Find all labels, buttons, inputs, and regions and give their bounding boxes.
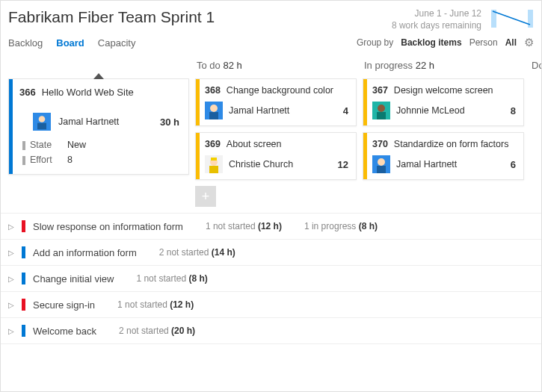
card-id: 367 bbox=[372, 85, 388, 96]
svg-point-4 bbox=[39, 116, 46, 122]
svg-marker-1 bbox=[528, 10, 533, 28]
row-color-bar bbox=[22, 220, 25, 232]
backlog-row[interactable]: ▷Welcome back2 not started (20 h) bbox=[1, 318, 541, 344]
card-id: 368 bbox=[205, 85, 221, 96]
backlog-row[interactable]: ▷Add an information form2 not started (1… bbox=[1, 240, 541, 266]
assignee: Jamal Hartnett bbox=[396, 159, 457, 169]
view-tabs: BacklogBoardCapacity bbox=[8, 37, 135, 49]
days-remaining: 8 work days remaining bbox=[392, 20, 481, 32]
row-title: Secure sign-in bbox=[33, 299, 95, 311]
sprint-dates: June 1 - June 12 bbox=[392, 8, 481, 20]
card-title: Change background color bbox=[227, 85, 348, 96]
card-stripe bbox=[9, 79, 13, 174]
svg-point-17 bbox=[378, 158, 385, 166]
avatar bbox=[372, 102, 390, 119]
card-hours: 4 bbox=[343, 105, 348, 116]
svg-rect-8 bbox=[209, 112, 218, 119]
row-color-bar bbox=[22, 299, 25, 311]
svg-point-14 bbox=[378, 105, 385, 112]
progress-column-header: In progress 22 h bbox=[363, 55, 524, 78]
task-card[interactable]: 367Design welcome screenJohnnie McLeod8 bbox=[363, 78, 524, 126]
row-stat: 1 not started (12 h) bbox=[206, 221, 282, 231]
state-label: State bbox=[22, 140, 67, 150]
avatar bbox=[205, 155, 223, 173]
group-by-label: Group by bbox=[357, 37, 393, 48]
tab-backlog[interactable]: Backlog bbox=[8, 37, 43, 49]
chevron-right-icon: ▷ bbox=[8, 301, 14, 309]
burndown-spark bbox=[489, 8, 534, 31]
row-title: Slow response on information form bbox=[33, 221, 183, 232]
svg-line-2 bbox=[493, 11, 530, 25]
card-stripe bbox=[196, 133, 200, 179]
card-id: 366 bbox=[19, 87, 36, 98]
card-stripe bbox=[363, 79, 367, 125]
page-title: Fabrikam Fiber Team Sprint 1 bbox=[8, 8, 215, 26]
caret-up-icon bbox=[93, 73, 104, 79]
chevron-right-icon: ▷ bbox=[8, 327, 14, 335]
person-filter-label: Person bbox=[469, 37, 498, 48]
row-color-bar bbox=[22, 246, 25, 258]
state-value: New bbox=[67, 140, 179, 150]
tab-board[interactable]: Board bbox=[56, 37, 84, 49]
row-stat: 1 not started (8 h) bbox=[136, 273, 207, 284]
assignee: Johnnie McLeod bbox=[396, 105, 465, 116]
svg-point-7 bbox=[210, 105, 218, 112]
svg-rect-12 bbox=[211, 158, 217, 161]
row-title: Add an information form bbox=[33, 247, 137, 258]
row-color-bar bbox=[22, 273, 25, 284]
effort-label: Effort bbox=[22, 155, 67, 165]
card-hours: 6 bbox=[511, 159, 516, 170]
card-hours: 8 bbox=[511, 105, 516, 116]
card-title: Standardize on form factors bbox=[394, 139, 516, 149]
backlog-item-card[interactable]: 366 Hello World Web Site Jamal Hartnett … bbox=[8, 78, 189, 175]
gear-icon[interactable]: ⚙ bbox=[524, 36, 534, 49]
svg-rect-18 bbox=[377, 166, 386, 173]
card-hours: 30 h bbox=[160, 116, 179, 128]
row-stat: 1 in progress (8 h) bbox=[304, 221, 378, 231]
assignee: Jamal Hartnett bbox=[229, 105, 289, 116]
row-stat: 2 not started (20 h) bbox=[119, 326, 195, 336]
avatar bbox=[372, 155, 390, 173]
chevron-right-icon: ▷ bbox=[8, 223, 14, 231]
svg-rect-5 bbox=[37, 123, 46, 130]
assignee: Jamal Hartnett bbox=[58, 116, 119, 127]
done-column-header: Done bbox=[530, 55, 541, 78]
backlog-row[interactable]: ▷Slow response on information form1 not … bbox=[1, 214, 541, 240]
backlog-row[interactable]: ▷Change initial view1 not started (8 h) bbox=[1, 266, 541, 292]
card-title: Design welcome screen bbox=[394, 85, 516, 96]
card-stripe bbox=[196, 79, 200, 125]
svg-rect-11 bbox=[209, 166, 218, 173]
row-stat: 1 not started (12 h) bbox=[117, 299, 194, 310]
add-card-button[interactable]: + bbox=[195, 186, 216, 207]
avatar bbox=[33, 113, 51, 131]
task-card[interactable]: 368Change background colorJamal Hartnett… bbox=[195, 78, 357, 126]
todo-column-header: To do 82 h bbox=[195, 55, 357, 78]
card-title: About screen bbox=[227, 139, 348, 149]
row-stat: 2 not started (14 h) bbox=[159, 247, 235, 258]
card-id: 369 bbox=[205, 139, 221, 149]
avatar bbox=[205, 102, 223, 119]
chevron-right-icon: ▷ bbox=[8, 249, 14, 257]
card-hours: 12 bbox=[338, 159, 348, 170]
effort-value: 8 bbox=[67, 155, 179, 165]
person-filter-value[interactable]: All bbox=[505, 37, 517, 48]
card-title: Hello World Web Site bbox=[42, 87, 179, 98]
task-card[interactable]: 370Standardize on form factorsJamal Hart… bbox=[363, 132, 524, 180]
row-title: Change initial view bbox=[33, 273, 114, 284]
card-stripe bbox=[363, 133, 367, 179]
row-color-bar bbox=[22, 325, 25, 337]
card-id: 370 bbox=[372, 139, 388, 149]
task-card[interactable]: 369About screenChristie Church12 bbox=[195, 132, 357, 180]
svg-rect-15 bbox=[377, 112, 386, 119]
group-by-value[interactable]: Backlog items bbox=[401, 37, 461, 48]
assignee: Christie Church bbox=[229, 159, 293, 169]
backlog-row[interactable]: ▷Secure sign-in1 not started (12 h) bbox=[1, 292, 541, 318]
row-title: Welcome back bbox=[33, 326, 96, 337]
tab-capacity[interactable]: Capacity bbox=[98, 37, 136, 49]
chevron-right-icon: ▷ bbox=[8, 275, 14, 283]
